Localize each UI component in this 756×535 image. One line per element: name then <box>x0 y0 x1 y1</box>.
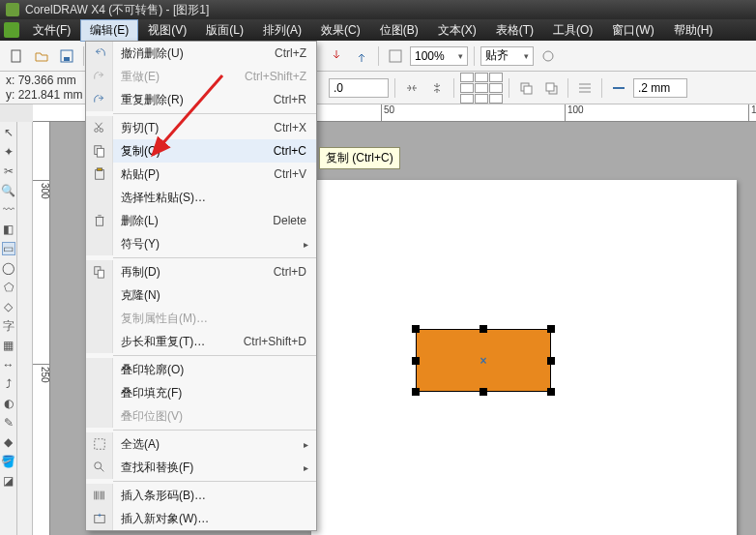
crop-tool[interactable]: ✂ <box>2 164 15 178</box>
handle-s[interactable] <box>480 388 487 396</box>
eyedropper-tool[interactable]: ✎ <box>2 416 15 430</box>
menu-10[interactable]: 窗口(W) <box>602 19 663 42</box>
save-button[interactable] <box>56 45 77 67</box>
menuitem-18: 叠印位图(V) <box>86 404 316 428</box>
svg-rect-2 <box>64 57 70 61</box>
menu-2[interactable]: 视图(V) <box>138 19 196 42</box>
handle-n[interactable] <box>480 325 487 333</box>
export-button[interactable] <box>351 45 372 67</box>
selected-rectangle[interactable]: × <box>416 329 551 392</box>
menu-4[interactable]: 排列(A) <box>253 19 311 42</box>
menuitem-8[interactable]: 删除(L)Delete <box>86 209 316 232</box>
mirror-h-button[interactable] <box>401 77 422 99</box>
position-readout: x: 79.366 mm y: 221.841 mm <box>6 74 89 102</box>
handle-sw[interactable] <box>412 388 420 396</box>
menuitem-17[interactable]: 叠印填充(F) <box>86 381 316 404</box>
menu-9[interactable]: 工具(O) <box>543 19 602 42</box>
svg-point-10 <box>100 129 103 133</box>
freehand-tool[interactable]: 〰 <box>2 203 15 217</box>
handle-ne[interactable] <box>547 325 555 333</box>
toolbox-flyouts <box>17 122 33 535</box>
menuitem-7[interactable]: 选择性粘贴(S)… <box>86 186 316 209</box>
to-back-button[interactable] <box>540 77 562 99</box>
mirror-v-button[interactable] <box>426 77 448 99</box>
menuitem-13: 复制属性自(M)… <box>86 307 316 330</box>
pick-tool[interactable]: ↖ <box>2 126 15 139</box>
handle-nw[interactable] <box>412 325 420 333</box>
svg-point-9 <box>94 129 98 133</box>
rotation-field[interactable]: .0 <box>329 78 389 98</box>
menuitem-0[interactable]: 撤消删除(U)Ctrl+Z <box>86 42 316 65</box>
center-marker: × <box>480 354 486 368</box>
effects-tool[interactable]: ◐ <box>2 397 15 410</box>
svg-rect-13 <box>95 170 103 180</box>
menuitem-9[interactable]: 符号(Y) <box>86 232 316 255</box>
smart-fill-tool[interactable]: ◧ <box>2 223 15 236</box>
menuitem-1: 重做(E)Ctrl+Shift+Z <box>86 65 316 88</box>
outline-tool[interactable]: ◆ <box>2 435 15 449</box>
svg-rect-0 <box>12 50 20 62</box>
svg-rect-18 <box>94 439 104 450</box>
handle-w[interactable] <box>412 357 420 365</box>
connector-tool[interactable]: ⤴ <box>2 377 15 391</box>
menu-7[interactable]: 文本(X) <box>428 19 486 42</box>
dimension-tool[interactable]: ↔ <box>2 358 15 372</box>
rectangle-tool[interactable]: ▭ <box>2 242 15 255</box>
new-doc-button[interactable] <box>6 45 27 67</box>
table-tool[interactable]: ▦ <box>2 339 15 352</box>
outline-width-field[interactable]: .2 mm <box>633 78 687 98</box>
svg-rect-3 <box>390 50 401 62</box>
svg-point-19 <box>94 462 101 469</box>
fill-tool[interactable]: 🪣 <box>2 455 15 468</box>
to-front-button[interactable] <box>515 77 537 99</box>
app-menu-icon[interactable] <box>4 22 19 38</box>
menuitem-2[interactable]: 重复删除(R)Ctrl+R <box>86 88 316 111</box>
text-tool[interactable]: 字 <box>2 319 15 333</box>
svg-rect-14 <box>97 168 102 171</box>
snap-combo[interactable]: 贴齐 <box>480 46 534 66</box>
open-button[interactable] <box>31 45 52 67</box>
menuitem-20[interactable]: 全选(A) <box>86 432 316 456</box>
menuitem-24[interactable]: 插入新对象(W)… <box>86 507 316 530</box>
menuitem-11[interactable]: 再制(D)Ctrl+D <box>86 260 316 283</box>
origin-anchor-grid[interactable] <box>460 73 503 104</box>
menuitem-6[interactable]: 粘贴(P)Ctrl+V <box>86 163 316 186</box>
basic-shapes-tool[interactable]: ◇ <box>2 300 15 313</box>
menu-0[interactable]: 文件(F) <box>23 19 80 42</box>
ruler-vertical: 300250 <box>33 122 50 535</box>
menu-5[interactable]: 效果(C) <box>311 19 370 42</box>
menuitem-14[interactable]: 步长和重复(T)…Ctrl+Shift+D <box>86 330 316 353</box>
menu-1[interactable]: 编辑(E) <box>80 19 138 42</box>
titlebar: CorelDRAW X4 (不可转售) - [图形1] <box>0 0 756 19</box>
svg-rect-8 <box>546 83 554 91</box>
menubar: 文件(F)编辑(E)视图(V)版面(L)排列(A)效果(C)位图(B)文本(X)… <box>0 19 756 41</box>
menuitem-5[interactable]: 复制(C)Ctrl+C <box>86 139 316 163</box>
polygon-tool[interactable]: ⬠ <box>2 281 15 294</box>
svg-rect-12 <box>97 148 103 157</box>
menuitem-12[interactable]: 克隆(N) <box>86 283 316 307</box>
wrap-text-button[interactable] <box>574 77 596 99</box>
menuitem-21[interactable]: 查找和替换(F) <box>86 456 316 479</box>
interactive-fill-tool[interactable]: ◪ <box>2 474 15 488</box>
menu-8[interactable]: 表格(T) <box>486 19 543 42</box>
ellipse-tool[interactable]: ◯ <box>2 261 15 275</box>
menu-3[interactable]: 版面(L) <box>196 19 253 42</box>
menu-6[interactable]: 位图(B) <box>370 19 428 42</box>
app-launcher-button[interactable] <box>385 45 406 67</box>
shape-tool[interactable]: ✦ <box>2 145 15 159</box>
menuitem-4[interactable]: 剪切(T)Ctrl+X <box>86 116 316 139</box>
handle-se[interactable] <box>547 388 555 396</box>
copy-tooltip: 复制 (Ctrl+C) <box>319 147 400 169</box>
window-title: CorelDRAW X4 (不可转售) - [图形1] <box>25 2 209 18</box>
outline-style-button[interactable] <box>608 77 629 99</box>
menuitem-23[interactable]: 插入条形码(B)… <box>86 484 316 507</box>
svg-rect-17 <box>98 270 103 278</box>
zoom-combo[interactable]: 100% <box>410 46 468 66</box>
import-button[interactable] <box>326 45 347 67</box>
zoom-tool[interactable]: 🔍 <box>2 184 15 197</box>
handle-e[interactable] <box>547 357 555 365</box>
options-button[interactable] <box>538 45 559 67</box>
menu-11[interactable]: 帮助(H) <box>664 19 723 42</box>
toolbox: ↖ ✦ ✂ 🔍 〰 ◧ ▭ ◯ ⬠ ◇ 字 ▦ ↔ ⤴ ◐ ✎ ◆ 🪣 ◪ <box>0 122 17 535</box>
menuitem-16[interactable]: 叠印轮廓(O) <box>86 358 316 381</box>
